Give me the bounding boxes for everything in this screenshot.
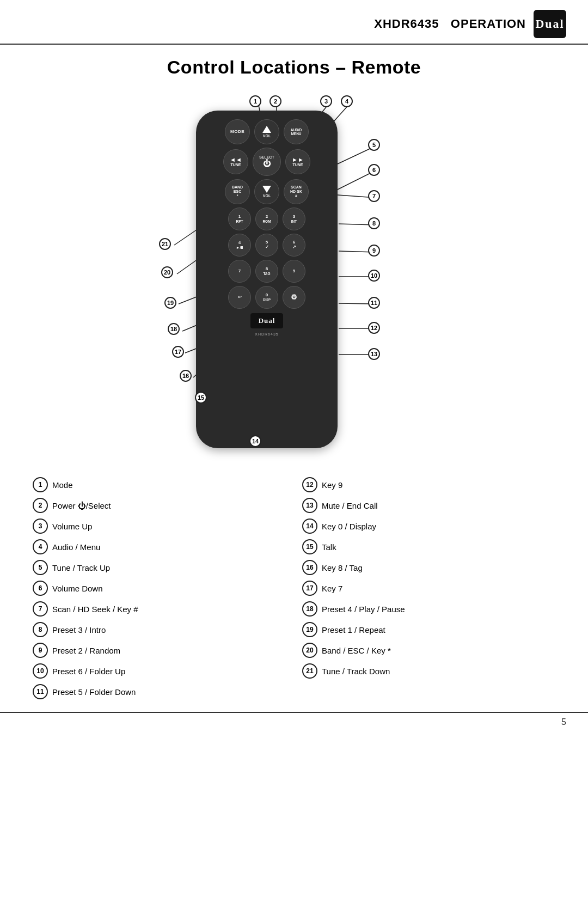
tune-up-button[interactable]: ►► TUNE [285,149,310,174]
legend-label-10: Preset 6 / Folder Up [52,667,125,676]
mode-button[interactable]: MODE [225,119,250,144]
select-power-button[interactable]: SELECT ⏻ [253,148,281,176]
remote-model-label: XHDR6435 [255,332,278,336]
key1-rpt-button[interactable]: 1 RPT [228,208,251,230]
legend-num-4: 4 [33,539,48,554]
key0-disp-button[interactable]: 0 DISP [255,286,278,309]
legend-label-9: Preset 2 / Random [52,646,120,655]
legend-label-21: Tune / Track Down [322,667,390,676]
key5-button[interactable]: 5 ✓ [255,234,278,257]
callout-5: 5 [368,139,380,151]
legend-item-14: 14 Key 0 / Display [302,517,555,535]
callout-2: 2 [270,95,281,107]
legend-item-19: 19 Preset 1 / Repeat [302,620,555,639]
legend-item-16: 16 Key 8 / Tag [302,558,555,577]
legend-label-1: Mode [52,480,73,490]
callout-21: 21 [159,238,171,250]
legend-item-12: 12 Key 9 [302,475,555,494]
legend-label-8: Preset 3 / Intro [52,625,106,635]
legend-num-17: 17 [302,581,317,596]
legend-num-11: 11 [33,684,48,699]
header-title: XHDR6435 OPERATION [374,17,526,31]
legend-item-8: 8 Preset 3 / Intro [33,620,286,639]
legend-num-8: 8 [33,622,48,637]
legend-num-13: 13 [302,498,317,513]
legend-item-10: 10 Preset 6 / Folder Up [33,662,286,680]
legend-item-placeholder [302,682,555,701]
remote-area: MODE VOL AUD/D MENU ◄◄ TUNE SELECT [0,83,588,470]
legend-label-4: Audio / Menu [52,542,100,552]
callout-6: 6 [368,164,380,176]
legend-label-5: Tune / Track Up [52,563,110,572]
key4-play-button[interactable]: 4 ►/II [228,234,251,257]
key8-tag-button[interactable]: 8 TAG [255,260,278,283]
audio-menu-button[interactable]: AUD/D MENU [284,119,309,144]
vol-down-button[interactable]: VOL [254,179,279,204]
remote-wrapper: MODE VOL AUD/D MENU ◄◄ TUNE SELECT [142,89,446,459]
legend-num-6: 6 [33,581,48,596]
key7-button[interactable]: 7 [228,260,251,283]
legend-num-16: 16 [302,560,317,575]
header: XHDR6435 OPERATION Dual [0,0,588,45]
tune-down-button[interactable]: ◄◄ TUNE [223,149,248,174]
callout-4: 4 [341,95,353,107]
key3-int-button[interactable]: 3 INT [283,208,305,230]
power-icon: ⏻ [263,160,271,168]
footer: 5 [0,712,588,731]
legend-num-10: 10 [33,663,48,679]
arrow-up-icon [262,126,271,133]
callout-16: 16 [180,370,192,382]
legend-label-14: Key 0 / Display [322,522,376,531]
legend-label-15: Talk [322,542,336,552]
settings-button[interactable]: ⚙ [283,286,305,309]
callout-18: 18 [168,323,180,335]
key2-rom-button[interactable]: 2 ROM [255,208,278,230]
callout-15: 15 [195,392,207,404]
legend-label-13: Mute / End Call [322,501,378,510]
talk-button[interactable]: ↩ [228,286,251,309]
legend-num-15: 15 [302,539,317,554]
legend-item-2: 2 Power ⏻/Select [33,496,286,515]
legend-num-5: 5 [33,560,48,575]
dual-logo: Dual [534,10,566,38]
legend-num-2: 2 [33,498,48,513]
page-number: 5 [561,717,566,727]
legend-label-3: Volume Up [52,522,92,531]
remote-body: MODE VOL AUD/D MENU ◄◄ TUNE SELECT [196,111,338,448]
legend-num-19: 19 [302,622,317,637]
remote-row-5: 4 ►/II 5 ✓ 6 ↗ [228,234,305,257]
legend-num-18: 18 [302,601,317,617]
legend-num-3: 3 [33,518,48,534]
legend-num-7: 7 [33,601,48,617]
legend-label-11: Preset 5 / Folder Down [52,687,136,697]
callout-17: 17 [172,346,184,358]
callout-9: 9 [368,245,380,257]
legend-item-21: 21 Tune / Track Down [302,662,555,680]
callout-1: 1 [249,95,261,107]
legend-item-13: 13 Mute / End Call [302,496,555,515]
model-name: XHDR6435 [374,17,439,30]
legend-label-12: Key 9 [322,480,342,490]
legend-item-6: 6 Volume Down [33,579,286,597]
legend-item-11: 11 Preset 5 / Folder Down [33,682,286,701]
legend-item-4: 4 Audio / Menu [33,538,286,556]
band-esc-button[interactable]: BAND ESC * [225,179,250,204]
key6-button[interactable]: 6 ↗ [283,234,305,257]
callout-3: 3 [320,95,332,107]
legend-label-2: Power ⏻/Select [52,501,111,510]
callout-20: 20 [161,266,173,278]
remote-dual-logo: Dual [250,313,283,328]
legend-item-17: 17 Key 7 [302,579,555,597]
vol-up-button[interactable]: VOL [254,119,279,144]
legend-num-14: 14 [302,518,317,534]
legend-label-19: Preset 1 / Repeat [322,625,385,635]
legend: 1 Mode 12 Key 9 2 Power ⏻/Select 13 Mute… [0,470,588,712]
callout-8: 8 [368,217,380,229]
key9-button[interactable]: 9 [283,260,305,283]
scan-hd-button[interactable]: SCAN HD-SK # [284,179,309,204]
callout-13: 13 [368,348,380,360]
legend-label-17: Key 7 [322,584,342,593]
remote-row-3: BAND ESC * VOL SCAN HD-SK # [225,179,309,204]
legend-label-18: Preset 4 / Play / Pause [322,605,405,614]
remote-row-4: 1 RPT 2 ROM 3 INT [228,208,305,230]
